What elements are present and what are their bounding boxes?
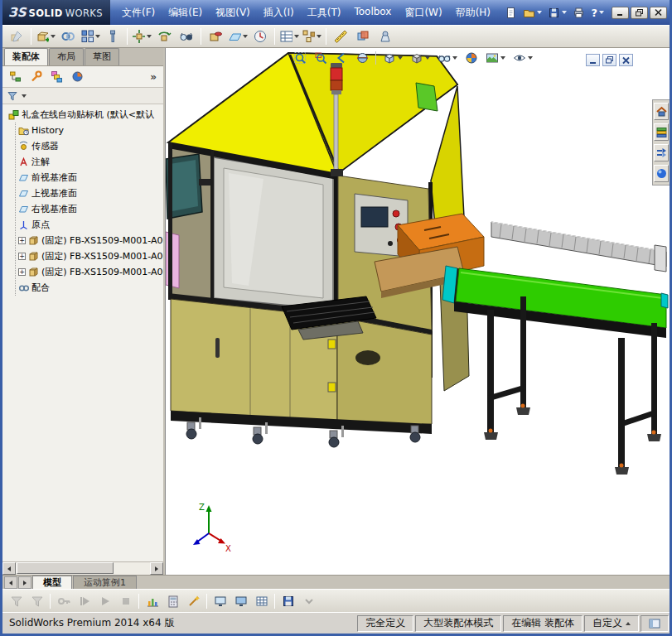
measure-button[interactable] (330, 26, 351, 46)
tree-item-mates[interactable]: 配合 (16, 280, 163, 296)
configurationmanager-tab[interactable] (47, 69, 65, 85)
tree-item-component-2[interactable]: + (固定) FB-XS1509-M001-A002 (16, 248, 163, 264)
scroll-right-button[interactable] (150, 562, 163, 575)
design-library-tab[interactable] (654, 123, 669, 141)
view-orientation-button[interactable] (380, 50, 406, 66)
collapse-motion-manager-button[interactable] (299, 592, 318, 610)
motion-setup-screen-button[interactable] (210, 592, 230, 610)
propertymanager-tab[interactable] (27, 69, 45, 85)
minimize-button[interactable] (612, 7, 629, 19)
insert-components-button[interactable] (35, 26, 56, 46)
motion-study-tab[interactable]: 运动算例1 (73, 576, 137, 589)
mass-properties-button[interactable] (375, 26, 396, 46)
featuremanager-tree-tab[interactable] (6, 69, 24, 85)
tab-layout[interactable]: 布局 (49, 48, 84, 65)
scrollbar-thumb[interactable] (17, 562, 114, 574)
interference-detection-button[interactable] (352, 26, 374, 46)
timeline-grid-button[interactable] (252, 592, 271, 610)
new-document-button[interactable] (504, 6, 518, 20)
print-button[interactable] (572, 6, 586, 20)
tab-scroll-right-button[interactable] (18, 576, 31, 589)
rotate-component-button[interactable] (153, 26, 175, 46)
menu-window[interactable]: 窗口(W) (398, 3, 448, 22)
tab-scroll-left-button[interactable] (4, 576, 17, 589)
model-canvas[interactable]: Z X (166, 48, 670, 576)
previous-view-button[interactable] (331, 50, 351, 66)
view-settings-button[interactable] (510, 50, 536, 66)
panel-overflow-button[interactable]: » (150, 71, 160, 83)
save-button[interactable] (547, 6, 568, 20)
scrollbar-track[interactable] (16, 562, 150, 575)
custom-cell[interactable]: 自定义 (584, 615, 639, 632)
expand-icon[interactable]: + (18, 268, 26, 276)
play-from-start-button[interactable] (75, 592, 94, 610)
expand-icon[interactable]: + (18, 253, 26, 260)
zoom-area-button[interactable] (311, 50, 331, 66)
display-style-button[interactable] (407, 50, 433, 66)
save-animation-button[interactable] (278, 592, 297, 610)
menu-file[interactable]: 文件(F) (115, 3, 162, 22)
zoom-fit-button[interactable] (290, 50, 310, 66)
open-button[interactable] (522, 6, 543, 20)
minimize-document-button[interactable] (586, 54, 600, 66)
tree-item-history[interactable]: History (16, 123, 163, 138)
hide-show-items-button[interactable] (434, 50, 461, 66)
restore-button[interactable] (631, 7, 648, 19)
play-button[interactable] (95, 592, 114, 610)
reference-geometry-button[interactable] (227, 26, 249, 46)
results-and-plots-button[interactable] (143, 592, 162, 610)
scroll-left-button[interactable] (2, 562, 16, 575)
tree-item-front-plane[interactable]: 前视基准面 (16, 170, 163, 186)
stop-button[interactable] (116, 592, 135, 610)
close-document-button[interactable] (619, 54, 633, 66)
motion-results-screen-button[interactable] (231, 592, 250, 610)
tree-item-annotations[interactable]: 注解 (16, 154, 163, 170)
tab-sketch[interactable]: 草图 (85, 48, 119, 65)
tree-item-component-1[interactable]: + (固定) FB-XS1509-M001-A001 (16, 233, 163, 248)
close-button[interactable] (650, 7, 667, 19)
tree-item-origin[interactable]: 原点 (16, 217, 163, 233)
tab-assembly[interactable]: 装配体 (4, 48, 48, 65)
menu-view[interactable]: 视图(V) (209, 3, 257, 22)
section-view-button[interactable] (352, 50, 372, 66)
calculate-motion-button[interactable] (163, 592, 182, 610)
tree-item-sensors[interactable]: 传感器 (16, 138, 163, 154)
bill-of-materials-button[interactable] (278, 26, 300, 46)
menu-tools[interactable]: 工具(T) (301, 3, 348, 22)
appearances-tab[interactable] (654, 165, 669, 182)
edit-appearance-button[interactable] (462, 50, 481, 66)
filter-dropdown-caret[interactable] (22, 94, 27, 98)
tree-item-top-plane[interactable]: 上视基准面 (16, 186, 163, 201)
smart-fasteners-button[interactable] (102, 26, 123, 46)
exploded-view-button[interactable] (301, 26, 322, 46)
key-point-button[interactable] (54, 592, 73, 610)
tree-item-right-plane[interactable]: 右视基准面 (16, 201, 163, 217)
filter-driving-button[interactable] (27, 592, 46, 610)
tree-item-root[interactable]: 礼盒在线自动贴标机 (默认<默认 (6, 107, 163, 123)
solidworks-resources-tab[interactable] (654, 103, 669, 120)
help-button[interactable]: ? (590, 6, 605, 20)
displaymanager-tab[interactable] (68, 69, 86, 85)
expand-icon[interactable]: + (18, 237, 26, 244)
menu-help[interactable]: 帮助(H) (449, 3, 497, 22)
menu-insert[interactable]: 插入(I) (257, 3, 301, 22)
statusbar-icon-cell[interactable] (641, 615, 669, 632)
tree-item-component-3[interactable]: + (固定) FB-XS1509-M001-A003 (16, 264, 163, 280)
assembly-features-button[interactable] (205, 26, 226, 46)
edit-component-button[interactable] (6, 26, 27, 46)
show-hidden-components-button[interactable] (176, 26, 197, 46)
menu-toolbox[interactable]: Toolbox (347, 3, 398, 22)
graphics-area[interactable]: Z X (166, 48, 670, 575)
move-component-button[interactable] (131, 26, 152, 46)
animation-wizard-button[interactable] (184, 592, 203, 610)
model-tab[interactable]: 模型 (32, 576, 72, 589)
mate-button[interactable] (57, 26, 79, 46)
apply-scene-button[interactable] (482, 50, 509, 66)
filter-funnel-icon[interactable] (7, 90, 18, 102)
view-palette-tab[interactable] (654, 144, 669, 161)
restore-document-button[interactable] (602, 54, 616, 66)
menu-edit[interactable]: 编辑(E) (162, 3, 209, 22)
new-motion-study-button[interactable] (249, 26, 271, 46)
filter-animated-button[interactable] (7, 592, 26, 610)
linear-component-pattern-button[interactable] (80, 26, 101, 46)
